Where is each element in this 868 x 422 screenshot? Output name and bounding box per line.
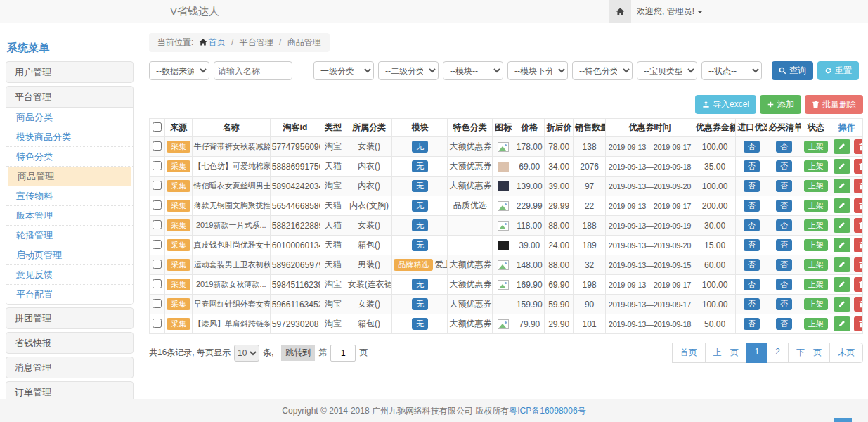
row-checkbox[interactable] bbox=[153, 240, 162, 249]
sidebar-group-header[interactable]: 拼团管理 bbox=[6, 308, 133, 328]
filter-select[interactable]: --宝贝类型-- bbox=[637, 61, 697, 80]
pagination-button[interactable]: 2 bbox=[767, 343, 789, 363]
filter-select[interactable]: --模块-- bbox=[443, 61, 503, 80]
filter-select[interactable]: --特色分类-- bbox=[572, 61, 633, 80]
sidebar-group-header[interactable]: 用户管理 bbox=[6, 62, 133, 82]
sidebar-subitem[interactable]: 版本管理 bbox=[6, 206, 133, 226]
user-menu[interactable]: 欢迎您, 管理员! bbox=[637, 0, 703, 23]
sales-count: 97 bbox=[573, 177, 605, 196]
sidebar-subitem[interactable]: 商品管理 bbox=[8, 167, 131, 186]
pagination-button[interactable]: 1 bbox=[746, 343, 768, 363]
coupon-time: 2019-09-13—2019-09-15 bbox=[606, 255, 694, 275]
discount-price: 78.00 bbox=[545, 137, 574, 157]
delete-button[interactable] bbox=[854, 218, 863, 233]
row-checkbox[interactable] bbox=[153, 181, 162, 190]
module-cell: 无 bbox=[392, 196, 448, 216]
page-number-input[interactable] bbox=[330, 345, 356, 362]
batch-delete-button[interactable]: 批量删除 bbox=[805, 95, 863, 114]
coupon-amount: 30.00 bbox=[694, 216, 736, 236]
product-name: 【港风】单肩斜跨链条... bbox=[192, 314, 270, 334]
edit-button[interactable] bbox=[834, 198, 850, 213]
delete-button[interactable] bbox=[854, 139, 863, 154]
delete-button[interactable] bbox=[854, 316, 863, 331]
sidebar-subitem[interactable]: 意见反馈 bbox=[6, 265, 133, 285]
edit-button[interactable] bbox=[834, 159, 850, 174]
edit-button[interactable] bbox=[834, 257, 850, 272]
sidebar-group-header[interactable]: 平台管理 bbox=[6, 87, 133, 107]
coupon-amount: 35.00 bbox=[694, 157, 736, 177]
row-actions bbox=[831, 255, 862, 275]
delete-button[interactable] bbox=[854, 297, 863, 312]
sales-count: 2076 bbox=[573, 157, 605, 177]
coupon-time: 2019-09-13—2019-09-18 bbox=[606, 157, 694, 177]
edit-button[interactable] bbox=[834, 139, 850, 154]
back-to-top-button[interactable] bbox=[834, 418, 852, 422]
row-checkbox[interactable] bbox=[153, 161, 162, 170]
search-button[interactable]: 查询 bbox=[772, 61, 813, 80]
add-button[interactable]: 添加 bbox=[760, 95, 801, 114]
per-page-select[interactable]: 10 bbox=[234, 345, 259, 362]
row-actions bbox=[831, 275, 862, 295]
edit-button[interactable] bbox=[834, 238, 850, 252]
filter-select[interactable]: 一级分类 bbox=[313, 61, 374, 80]
sidebar-submenu: 商品分类 模块商品分类 特色分类 商品管理 宣传物料 版本管理 轮播管理 启动页… bbox=[6, 107, 133, 304]
sidebar-group-header[interactable]: 消息管理 bbox=[6, 357, 133, 378]
row-checkbox[interactable] bbox=[153, 279, 162, 288]
icp-link[interactable]: 粤ICP备16098006号 bbox=[509, 406, 585, 416]
top-header: V省钱达人 欢迎您, 管理员! bbox=[0, 0, 868, 23]
delete-button[interactable] bbox=[854, 198, 863, 213]
sidebar-subitem[interactable]: 启动页管理 bbox=[6, 245, 133, 265]
row-checkbox[interactable] bbox=[153, 260, 162, 269]
row-checkbox[interactable] bbox=[153, 299, 162, 308]
row-checkbox[interactable] bbox=[153, 220, 162, 229]
import-excel-button[interactable]: 导入excel bbox=[695, 95, 756, 114]
reset-button[interactable]: 重置 bbox=[817, 61, 859, 80]
sidebar-subitem[interactable]: 商品分类 bbox=[6, 108, 133, 127]
must-buy-badge: 否 bbox=[776, 200, 792, 212]
delete-button[interactable] bbox=[854, 257, 863, 272]
discount-price: 34.00 bbox=[545, 157, 574, 177]
filter-select[interactable]: --二级分类-- bbox=[378, 61, 439, 80]
home-button[interactable] bbox=[609, 0, 631, 23]
filter-select[interactable]: --模块下分类-- bbox=[507, 61, 568, 80]
sidebar-subitem[interactable]: 模块商品分类 bbox=[6, 127, 133, 147]
must-buy-badge: 否 bbox=[776, 239, 792, 251]
sidebar-subitem-label: 商品管理 bbox=[18, 171, 54, 181]
price: 178.00 bbox=[514, 137, 545, 157]
row-checkbox[interactable] bbox=[153, 200, 162, 210]
select-all-checkbox[interactable] bbox=[153, 122, 162, 132]
sidebar-subitem[interactable]: 宣传物料 bbox=[6, 186, 133, 206]
delete-button[interactable] bbox=[854, 277, 863, 292]
taoke-id: 596611634525 bbox=[270, 295, 320, 314]
sidebar-subitem[interactable]: 平台配置 bbox=[6, 285, 133, 304]
edit-button[interactable] bbox=[834, 277, 850, 292]
data-source-select[interactable]: --数据来源-- bbox=[149, 61, 209, 80]
sidebar-subitem[interactable]: 特色分类 bbox=[6, 147, 133, 167]
pagination-button[interactable]: 上一页 bbox=[705, 343, 747, 363]
sidebar-subitem[interactable]: 轮播管理 bbox=[6, 226, 133, 245]
pagination-button[interactable]: 首页 bbox=[672, 343, 706, 363]
edit-button[interactable] bbox=[834, 179, 850, 193]
name-search-input[interactable] bbox=[214, 61, 292, 80]
pagination-button[interactable]: 下一页 bbox=[788, 343, 830, 363]
filter-select[interactable]: --状态-- bbox=[701, 61, 762, 80]
edit-button[interactable] bbox=[834, 297, 850, 312]
delete-button[interactable] bbox=[854, 179, 863, 193]
edit-button[interactable] bbox=[834, 218, 850, 233]
records-unit-text: 条, bbox=[263, 347, 273, 359]
module-cell: 无 bbox=[392, 157, 448, 177]
taoke-id: 589042420344 bbox=[270, 177, 320, 196]
sidebar-group-header[interactable]: 省钱快报 bbox=[6, 333, 133, 353]
edit-button[interactable] bbox=[834, 316, 850, 331]
column-header: 折后价 bbox=[545, 119, 574, 137]
delete-button[interactable] bbox=[854, 238, 863, 252]
sidebar-subitem-label: 特色分类 bbox=[16, 151, 53, 162]
discount-price: 29.90 bbox=[545, 314, 574, 334]
coupon-time: 2019-09-13—2019-09-17 bbox=[606, 295, 694, 314]
breadcrumb-home-link[interactable]: 首页 bbox=[209, 37, 226, 47]
delete-button[interactable] bbox=[854, 159, 863, 174]
row-checkbox[interactable] bbox=[153, 141, 162, 151]
pagination-button[interactable]: 末页 bbox=[829, 343, 863, 363]
row-checkbox[interactable] bbox=[153, 319, 162, 328]
jump-label[interactable]: 跳转到 bbox=[281, 345, 315, 361]
